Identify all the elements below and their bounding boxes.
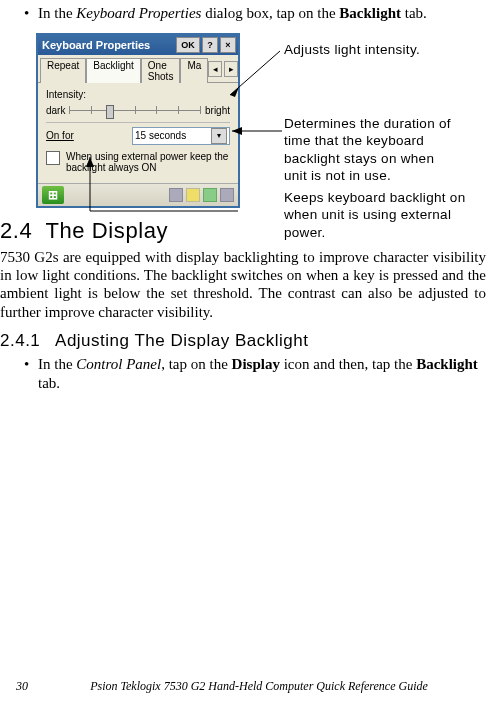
tabs: Repeat Backlight One Shots Ma ◂ ▸ bbox=[38, 55, 238, 82]
intro-text: In the Keyboard Properties dialog box, t… bbox=[38, 4, 427, 23]
anno-external: Keeps keyboard backlight on when unit is… bbox=[284, 189, 484, 242]
source-title: Psion Teklogix 7530 G2 Hand-Held Compute… bbox=[32, 679, 486, 694]
start-icon[interactable]: ⊞ bbox=[42, 186, 64, 204]
tray-icon bbox=[186, 188, 200, 202]
intensity-slider[interactable] bbox=[69, 104, 201, 118]
keyboard-properties-dialog: Keyboard Properties OK ? × Repeat Backli… bbox=[36, 33, 240, 208]
bright-label: bright bbox=[205, 105, 230, 116]
titlebar: Keyboard Properties OK ? × bbox=[38, 35, 238, 55]
tab-backlight[interactable]: Backlight bbox=[86, 58, 141, 83]
help-button[interactable]: ? bbox=[202, 37, 218, 53]
chevron-down-icon: ▾ bbox=[211, 128, 227, 144]
tray-icon bbox=[169, 188, 183, 202]
ok-button[interactable]: OK bbox=[176, 37, 200, 53]
display-instruction: In the Control Panel, tap on the Display… bbox=[38, 355, 486, 393]
scroll-left[interactable]: ◂ bbox=[208, 61, 222, 77]
close-button[interactable]: × bbox=[220, 37, 236, 53]
b: Backlight bbox=[339, 5, 401, 21]
dd-value: 15 seconds bbox=[135, 130, 186, 141]
tab-repeat[interactable]: Repeat bbox=[40, 58, 86, 83]
bullet: • bbox=[24, 4, 38, 23]
tray-icon bbox=[203, 188, 217, 202]
anno-duration: Determines the duration of time that the… bbox=[284, 115, 454, 185]
anno-intensity: Adjusts light intensity. bbox=[284, 41, 420, 59]
footer: 30 Psion Teklogix 7530 G2 Hand-Held Comp… bbox=[0, 679, 486, 694]
tab-oneshots[interactable]: One Shots bbox=[141, 58, 181, 83]
t: In the bbox=[38, 5, 76, 21]
panel: Intensity: dark bright On for bbox=[38, 82, 238, 183]
dark-label: dark bbox=[46, 105, 65, 116]
on-for-label: On for bbox=[46, 130, 74, 141]
intensity-label: Intensity: bbox=[46, 89, 230, 100]
heading-2.4.1: 2.4.1 Adjusting The Display Backlight bbox=[0, 331, 486, 351]
scroll-right[interactable]: ▸ bbox=[224, 61, 238, 77]
always-on-checkbox[interactable] bbox=[46, 151, 60, 165]
tab-more[interactable]: Ma bbox=[180, 58, 208, 83]
dialog-title: Keyboard Properties bbox=[42, 39, 150, 51]
t3: tab. bbox=[401, 5, 427, 21]
bullet: • bbox=[24, 355, 38, 393]
checkbox-label: When using external power keep the backl… bbox=[66, 151, 230, 173]
display-paragraph: 7530 G2s are equipped with display backl… bbox=[0, 248, 486, 321]
t2: dialog box, tap on the bbox=[201, 5, 339, 21]
taskbar: ⊞ bbox=[38, 183, 238, 206]
tray-icon bbox=[220, 188, 234, 202]
duration-dropdown[interactable]: 15 seconds ▾ bbox=[132, 127, 230, 145]
page-number: 30 bbox=[0, 679, 32, 694]
i: Keyboard Properties bbox=[76, 5, 201, 21]
